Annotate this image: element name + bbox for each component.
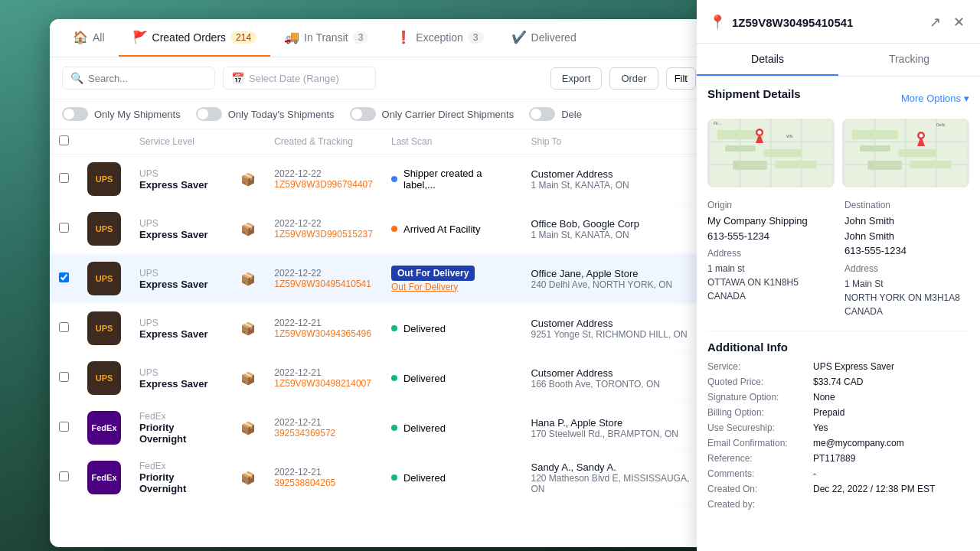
package-icon: 📦 xyxy=(240,223,256,236)
svg-rect-8 xyxy=(763,149,802,157)
additional-info-grid: Service:UPS Express SaverQuoted Price:$3… xyxy=(707,361,969,510)
package-icon: 📦 xyxy=(240,422,256,435)
tab-delivered[interactable]: ✔️ Delivered xyxy=(498,19,590,57)
svg-point-13 xyxy=(758,131,762,135)
ship-to-cell: Office Bob, Google Corp1 Main St, KANATA… xyxy=(531,218,699,240)
origin-map[interactable]: Ri... WN xyxy=(707,119,835,187)
export-button[interactable]: Export xyxy=(550,67,603,90)
more-options-button[interactable]: More Options ▾ xyxy=(901,93,969,104)
panel-tab-tracking[interactable]: Tracking xyxy=(838,44,980,76)
table-row[interactable]: FedExFedExPriority Overnight📦2022-12-213… xyxy=(50,403,708,453)
svg-text:Ri...: Ri... xyxy=(714,121,722,126)
ship-to-cell: Customer Address9251 Yonge St, RICHMOND … xyxy=(531,318,699,340)
destination-address-label: Address xyxy=(844,263,969,274)
toggle-dele[interactable] xyxy=(529,107,555,121)
panel-header: 📍 1Z59V8W30495410541 ↗ ✕ xyxy=(697,0,980,44)
row-checkbox[interactable] xyxy=(59,322,69,332)
toggle-carrier-direct[interactable] xyxy=(350,107,376,121)
table-row[interactable]: UPSUPSExpress Saver📦2022-12-221Z59V8W3D9… xyxy=(50,155,708,204)
package-icon: 📦 xyxy=(240,471,256,484)
table-row[interactable]: UPSUPSExpress Saver📦2022-12-211Z59V8W304… xyxy=(50,304,708,354)
service-level-cell: UPSExpress Saver xyxy=(139,318,222,340)
origin-company: My Company Shipping 613-555-1234 xyxy=(707,214,832,243)
search-box[interactable]: 🔍 xyxy=(62,67,215,90)
flag-icon: 🚩 xyxy=(132,30,148,44)
home-icon: 🏠 xyxy=(73,30,88,44)
shipment-details-title: Shipment Details xyxy=(707,87,801,100)
row-checkbox[interactable] xyxy=(59,471,69,481)
ups-logo: UPS xyxy=(87,361,121,395)
external-link-button[interactable]: ↗ xyxy=(926,12,944,32)
select-all-checkbox[interactable] xyxy=(59,135,69,145)
tab-in-transit[interactable]: 🚚 In Transit 3 xyxy=(270,19,382,57)
col-ship-to: Ship To xyxy=(521,129,708,155)
row-checkbox[interactable] xyxy=(59,372,69,382)
info-row: Comments:- xyxy=(707,468,969,479)
service-level-cell: FedExPriority Overnight xyxy=(139,461,222,494)
service-level-cell: UPSExpress Saver xyxy=(139,268,222,290)
table-row[interactable]: UPSUPSExpress Saver📦2022-12-221Z59V8W3D9… xyxy=(50,204,708,254)
created-tracking-cell: 2022-12-211Z59V8W30494365496 xyxy=(274,318,373,339)
col-service-level: Service Level xyxy=(130,129,231,155)
svg-rect-25 xyxy=(867,161,902,170)
exclamation-icon: ❗ xyxy=(396,30,411,44)
search-input[interactable] xyxy=(88,73,207,84)
last-scan-cell: Out For Delivery xyxy=(391,266,513,281)
search-icon: 🔍 xyxy=(70,72,83,84)
panel-tab-details[interactable]: Details xyxy=(697,44,838,76)
row-checkbox[interactable] xyxy=(59,272,69,282)
ups-logo: UPS xyxy=(87,262,121,295)
toggle-today-shipments[interactable] xyxy=(196,107,222,121)
toggle-my-shipments[interactable] xyxy=(62,107,88,121)
origin-address-label: Address xyxy=(707,248,832,259)
truck-icon: 🚚 xyxy=(284,30,299,44)
created-tracking-cell: 2022-12-21392538804265 xyxy=(274,467,373,488)
filter-today-shipments: Only Today's Shipments xyxy=(196,107,335,121)
filter-button[interactable]: Filt xyxy=(666,67,696,90)
date-range-picker[interactable]: 📅 Select Date (Range) xyxy=(223,67,376,90)
scan-dot xyxy=(391,474,397,481)
package-icon: 📦 xyxy=(240,272,256,285)
main-panel: 🏠 All 🚩 Created Orders 214 🚚 In Transit … xyxy=(50,19,708,547)
svg-rect-26 xyxy=(910,161,952,168)
divider xyxy=(707,331,969,331)
tab-exception[interactable]: ❗ Exception 3 xyxy=(382,19,497,57)
table-row[interactable]: FedExFedExPriority Overnight📦2022-12-213… xyxy=(50,453,708,503)
info-row: Signature Option:None xyxy=(707,392,969,403)
svg-point-29 xyxy=(920,134,923,138)
info-row: Reference:PT117889 xyxy=(707,453,969,464)
origin-dest-row: Origin My Company Shipping 613-555-1234 … xyxy=(707,200,969,318)
panel-tabs: Details Tracking xyxy=(697,44,980,77)
scan-dot xyxy=(391,226,397,232)
table-row[interactable]: UPSUPSExpress Saver📦2022-12-221Z59V8W304… xyxy=(50,254,708,304)
origin-address: 1 main st OTTAWA ON K1N8H5 CANADA xyxy=(707,262,832,303)
order-button[interactable]: Order xyxy=(609,67,658,90)
row-checkbox[interactable] xyxy=(59,173,69,183)
last-scan-cell: Arrived At Facility xyxy=(391,223,513,235)
table-row[interactable]: UPSUPSExpress Saver📦2022-12-211Z59V8W304… xyxy=(50,354,708,403)
calendar-icon: 📅 xyxy=(231,72,244,84)
shipment-detail-panel: 📍 1Z59V8W30495410541 ↗ ✕ Details Trackin… xyxy=(697,0,980,551)
last-scan-cell: Shipper created a label,... xyxy=(391,168,513,191)
panel-tracking-id: 1Z59V8W30495410541 xyxy=(732,16,853,29)
package-icon: 📦 xyxy=(240,372,256,385)
row-checkbox[interactable] xyxy=(59,422,69,432)
ups-logo: UPS xyxy=(87,212,121,246)
shipments-table-container: Service Level Created & Tracking Last Sc… xyxy=(50,129,708,547)
close-button[interactable]: ✕ xyxy=(950,12,968,32)
svg-rect-22 xyxy=(852,130,898,139)
destination-map[interactable]: Delhi xyxy=(842,119,969,187)
ups-logo: UPS xyxy=(87,162,121,196)
info-row: Service:UPS Express Saver xyxy=(707,361,969,372)
location-icon: 📍 xyxy=(709,14,726,31)
toolbar: 🔍 📅 Select Date (Range) Export Order Fil… xyxy=(50,57,708,99)
info-row: Use Secureship:Yes xyxy=(707,422,969,433)
tab-created-orders[interactable]: 🚩 Created Orders 214 xyxy=(119,19,271,57)
last-scan-cell: Delivered xyxy=(391,422,513,434)
destination-label: Destination xyxy=(844,200,969,210)
row-checkbox[interactable] xyxy=(59,223,69,233)
svg-text:Delhi: Delhi xyxy=(936,122,945,127)
tab-all[interactable]: 🏠 All xyxy=(59,19,119,57)
ship-to-cell: Office Jane, Apple Store240 Delhi Ave, N… xyxy=(531,268,699,290)
ship-to-cell: Sandy A., Sandy A.120 Matheson Blvd E, M… xyxy=(531,461,699,494)
